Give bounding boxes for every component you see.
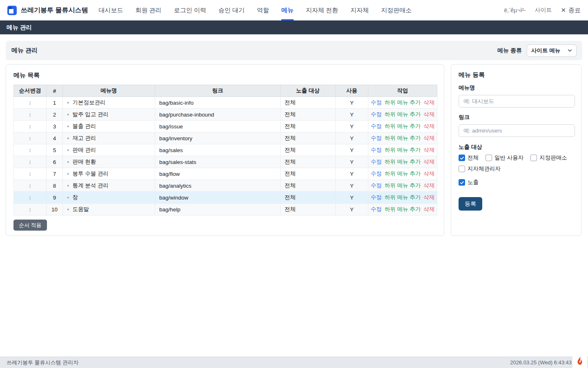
site-link[interactable]: 사이트	[535, 7, 552, 14]
nav-item-2[interactable]: 로그인 이력	[174, 0, 206, 20]
use-cell: Y	[336, 180, 368, 192]
footer-admin-label: 쓰레기봉투 물류시스템 관리자	[7, 359, 78, 366]
add-submenu-link[interactable]: 하위 메뉴 추가	[385, 206, 421, 212]
menu-type-select[interactable]: 사이트 메뉴	[527, 45, 577, 57]
edit-link[interactable]: 수정	[371, 206, 382, 212]
drag-cell: ↕	[14, 144, 47, 156]
status-footer: 쓰레기봉투 물류시스템 관리자 2026.03.25 (Wed) 6:43:43	[0, 357, 588, 368]
delete-link[interactable]: 삭제	[423, 194, 434, 200]
edit-link[interactable]: 수정	[371, 171, 382, 177]
checkbox-unchecked-icon	[486, 155, 492, 161]
flame-icon	[575, 355, 584, 366]
nav-item-0[interactable]: 대시보드	[98, 0, 123, 20]
menu-name: 도움말	[72, 206, 89, 212]
nav-item-1[interactable]: 회원 관리	[135, 0, 161, 20]
apply-order-button[interactable]: 순서 적용	[13, 220, 47, 231]
menu-name: 불출 관리	[72, 123, 96, 129]
drag-handle-icon[interactable]: ↕	[29, 147, 31, 153]
add-submenu-link[interactable]: 하위 메뉴 추가	[385, 135, 421, 141]
drag-handle-icon[interactable]: ↕	[29, 111, 31, 118]
delete-link[interactable]: 삭제	[423, 123, 434, 129]
add-submenu-link[interactable]: 하위 메뉴 추가	[385, 123, 421, 129]
delete-link[interactable]: 삭제	[423, 135, 434, 141]
nav-item-4[interactable]: 역할	[257, 0, 269, 20]
nav-item-8[interactable]: 지정판매소	[381, 0, 412, 20]
page-title: 메뉴 관리	[11, 47, 38, 54]
target-checkbox-0[interactable]: 전체	[459, 154, 479, 162]
topbar-right: ë‚¨êµ¬ì²- 사이트 ✕ 종료	[504, 7, 581, 14]
checkbox-unchecked-icon	[459, 166, 465, 172]
nav-item-7[interactable]: 지자체	[350, 0, 369, 20]
use-cell: Y	[336, 204, 368, 215]
delete-link[interactable]: 삭제	[423, 99, 434, 105]
target-checkbox-2[interactable]: 지정판매소	[530, 154, 567, 162]
drag-handle-icon[interactable]: ↕	[29, 194, 31, 201]
edit-link[interactable]: 수정	[371, 111, 382, 117]
drag-cell: ↕	[14, 132, 47, 144]
edit-link[interactable]: 수정	[371, 194, 382, 200]
menu-type-label: 메뉴 종류	[497, 47, 522, 54]
add-submenu-link[interactable]: 하위 메뉴 추가	[385, 99, 421, 105]
row-number: 9	[47, 192, 63, 204]
target-checkbox-3[interactable]: 지자체관리자	[459, 165, 501, 173]
checkbox-label: 지자체관리자	[468, 165, 501, 173]
delete-link[interactable]: 삭제	[423, 171, 434, 177]
actions-cell: 수정하위 메뉴 추가삭제	[368, 168, 437, 180]
row-number: 1	[47, 97, 63, 109]
edit-link[interactable]: 수정	[371, 159, 382, 165]
nav-item-6[interactable]: 지자체 전환	[306, 0, 338, 20]
add-submenu-link[interactable]: 하위 메뉴 추가	[385, 194, 421, 200]
add-submenu-link[interactable]: 하위 메뉴 추가	[385, 111, 421, 117]
drag-handle-icon[interactable]: ↕	[29, 135, 31, 141]
menu-name-input[interactable]	[459, 95, 575, 108]
menu-link-cell: bag/purchase-inbound	[155, 109, 281, 121]
table-row: ↕4●재고 관리bag/inventory전체Y수정하위 메뉴 추가삭제	[14, 132, 437, 144]
menu-link-cell: bag/flow	[155, 168, 281, 180]
org-name: ë‚¨êµ¬ì²-	[504, 7, 526, 13]
chevron-down-icon	[568, 48, 572, 53]
edit-link[interactable]: 수정	[371, 147, 382, 153]
menu-name-cell: ●통계 분석 관리	[63, 180, 155, 192]
target-checkbox-1[interactable]: 일반 사용자	[486, 154, 523, 162]
drag-handle-icon[interactable]: ↕	[29, 123, 31, 130]
add-submenu-link[interactable]: 하위 메뉴 추가	[385, 147, 421, 153]
menu-name-cell: ●기본정보관리	[63, 97, 155, 109]
add-submenu-link[interactable]: 하위 메뉴 추가	[385, 159, 421, 165]
nav-item-3[interactable]: 승인 대기	[218, 0, 245, 20]
menu-name-cell: ●재고 관리	[63, 132, 155, 144]
menu-name: 발주 입고 관리	[72, 111, 109, 117]
drag-handle-icon[interactable]: ↕	[29, 159, 31, 165]
add-submenu-link[interactable]: 하위 메뉴 추가	[385, 182, 421, 188]
menu-type-selected-value: 사이트 메뉴	[531, 47, 568, 54]
bullet-icon: ●	[67, 195, 69, 200]
drag-cell: ↕	[14, 192, 47, 204]
nav-item-5[interactable]: 메뉴	[281, 0, 294, 20]
edit-link[interactable]: 수정	[371, 123, 382, 129]
register-button[interactable]: 등록	[459, 197, 482, 211]
drag-cell: ↕	[14, 204, 47, 215]
row-number: 10	[47, 204, 63, 215]
add-submenu-link[interactable]: 하위 메뉴 추가	[385, 171, 421, 177]
logout-button[interactable]: ✕ 종료	[561, 7, 581, 14]
drag-handle-icon[interactable]: ↕	[29, 171, 31, 177]
delete-link[interactable]: 삭제	[423, 206, 434, 212]
edit-link[interactable]: 수정	[371, 182, 382, 188]
delete-link[interactable]: 삭제	[423, 147, 434, 153]
table-row: ↕5●판매 관리bag/sales전체Y수정하위 메뉴 추가삭제	[14, 144, 437, 156]
edit-link[interactable]: 수정	[371, 99, 382, 105]
delete-link[interactable]: 삭제	[423, 182, 434, 188]
menu-link-input[interactable]	[459, 124, 575, 137]
use-cell: Y	[336, 156, 368, 168]
close-icon: ✕	[561, 7, 566, 14]
column-header-2: 메뉴명	[63, 85, 155, 97]
delete-link[interactable]: 삭제	[423, 159, 434, 165]
drag-handle-icon[interactable]: ↕	[29, 99, 31, 106]
delete-link[interactable]: 삭제	[423, 111, 434, 117]
edit-link[interactable]: 수정	[371, 135, 382, 141]
visible-checkbox[interactable]: 노출	[459, 179, 479, 186]
drag-cell: ↕	[14, 121, 47, 132]
bullet-icon: ●	[67, 101, 69, 105]
menu-name: 판매 현황	[72, 159, 96, 165]
drag-handle-icon[interactable]: ↕	[29, 182, 31, 189]
drag-handle-icon[interactable]: ↕	[29, 206, 31, 213]
